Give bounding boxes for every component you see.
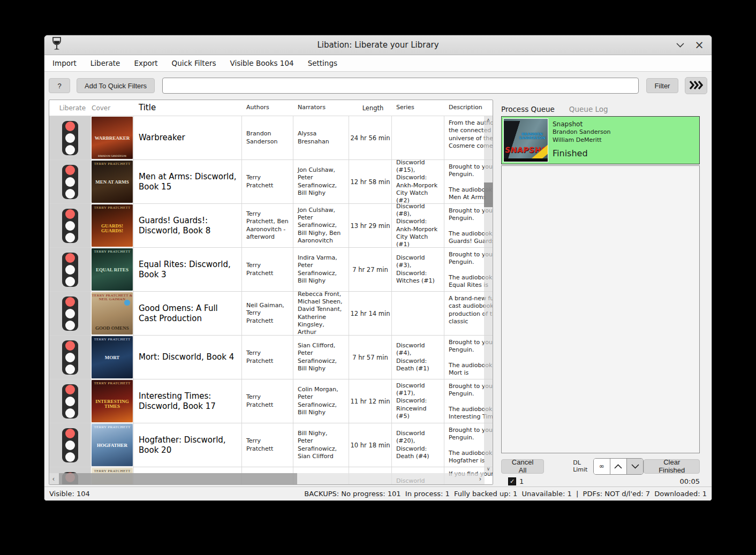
scroll-down-icon[interactable]: ∨ (487, 465, 490, 473)
add-to-quick-filters-button[interactable]: Add To Quick Filters (77, 78, 155, 93)
book-cover: TERRY PRATCHETT GUARDS! GUARDS! (92, 204, 133, 247)
liberate-traffic-light-button[interactable] (62, 428, 78, 462)
vertical-scrollbar-thumb[interactable] (484, 183, 493, 207)
traffic-light-red (65, 429, 75, 438)
menu-item-quick-filters[interactable]: Quick Filters (165, 55, 223, 71)
length-cell: 13 hr 29 min (349, 204, 392, 247)
menu-item-export[interactable]: Export (127, 55, 164, 71)
minimize-button[interactable] (674, 39, 686, 51)
column-header-authors[interactable]: Authors (242, 100, 293, 116)
length-cell: 11 hr 12 min (349, 379, 392, 423)
table-row[interactable]: TERRY PRATCHETT GUARDS! GUARDS! Guards! … (49, 204, 493, 248)
table-row[interactable]: WARBREAKER BRANDON SANDERSON Warbreaker … (49, 116, 493, 160)
scroll-right-icon[interactable]: › (476, 475, 485, 483)
menu-item-settings[interactable]: Settings (301, 55, 344, 71)
authors-cell: Terry Pratchett (242, 379, 293, 423)
table-row[interactable]: TERRY PRATCHETT MEN AT ARMS Men at Arms:… (49, 160, 493, 204)
title-cell: Hogfather: Discworld, Book 20 (134, 423, 242, 467)
traffic-light-bottom (65, 452, 75, 462)
length-cell: 10 hr 18 min (349, 423, 392, 467)
title-cell: Guards! Guards!: Discworld, Book 8 (134, 204, 242, 247)
traffic-light-red (65, 385, 75, 394)
traffic-light-bottom (65, 233, 75, 242)
traffic-light-bottom (65, 364, 75, 374)
menu-item-liberate[interactable]: Liberate (84, 55, 127, 71)
series-cell: Discworld (#8), Discworld: Ankh-Morpork … (392, 204, 444, 247)
dl-limit-up-button[interactable] (610, 459, 627, 474)
table-row[interactable]: TERRY PRATCHETT INTERESTING TIMES Intere… (49, 379, 493, 423)
completed-checkbox[interactable]: ✓ (508, 477, 516, 485)
series-cell: Discworld (#20), Discworld: Death (#4) (392, 423, 444, 467)
traffic-light-middle (65, 265, 75, 275)
process-queue-panel: Process Queue Queue Log BRANDON SANDERSO… (493, 100, 712, 486)
column-header-title[interactable]: Title (134, 100, 242, 116)
table-row[interactable]: TERRY PRATCHETT HOGFATHER Hogfather: Dis… (49, 423, 493, 467)
column-header-description[interactable]: Description (444, 100, 493, 116)
column-header-narrators[interactable]: Narrators (293, 100, 349, 116)
toolbar: ? Add To Quick Filters Filter (44, 72, 712, 100)
scroll-up-icon[interactable]: ∧ (487, 116, 490, 124)
column-header-liberate[interactable]: Liberate (49, 100, 91, 116)
table-row[interactable]: TERRY PRATCHETT MORT Mort: Discworld, Bo… (49, 336, 493, 379)
menubar: ImportLiberateExportQuick FiltersVisible… (44, 55, 712, 72)
elapsed-timer: 00:05 (680, 477, 700, 485)
close-button[interactable]: × (693, 39, 705, 51)
dl-limit-label: DL Limit (573, 459, 592, 473)
filter-button[interactable]: Filter (646, 78, 678, 93)
series-cell: Discworld (#3), Discworld: Witches (#1) (392, 248, 444, 291)
liberate-cell (49, 336, 91, 379)
statusbar: Visible: 104 BACKUPS: No progress: 101 I… (44, 486, 712, 500)
triple-chevron-icon (689, 81, 703, 91)
authors-cell: Terry Pratchett (242, 423, 293, 467)
table-row[interactable]: TERRY PRATCHETT EQUAL RITES Equal Rites:… (49, 248, 493, 292)
narrators-cell: Jon Culshaw, Peter Serafinowicz, Bill Ni… (293, 160, 349, 203)
tab-queue-log[interactable]: Queue Log (569, 105, 608, 113)
scroll-left-icon[interactable]: ‹ (49, 475, 58, 483)
horizontal-scrollbar-thumb[interactable] (59, 473, 297, 484)
column-header-cover[interactable]: Cover (91, 100, 134, 116)
clear-finished-button[interactable]: Clear Finished (644, 459, 700, 474)
cancel-all-button[interactable]: Cancel All (501, 459, 544, 474)
table-header: LiberateCoverTitleAuthorsNarratorsLength… (49, 100, 493, 116)
menu-item-import[interactable]: Import (46, 55, 84, 71)
traffic-light-red (65, 209, 75, 219)
liberate-traffic-light-button[interactable] (62, 296, 78, 331)
title-cell: Men at Arms: Discworld, Book 15 (134, 160, 242, 203)
liberate-traffic-light-button[interactable] (62, 384, 78, 419)
help-button[interactable]: ? (49, 78, 70, 93)
column-header-series[interactable]: Series (392, 100, 444, 116)
liberate-traffic-light-button[interactable] (62, 121, 78, 155)
tab-process-queue[interactable]: Process Queue (501, 105, 555, 113)
column-header-length[interactable]: Length (349, 100, 392, 116)
expand-panel-button[interactable] (685, 77, 707, 94)
queue-book-cover: BRANDON SANDERSON SNAPSHOT (503, 118, 548, 162)
authors-cell: Neil Gaiman, Terry Pratchett (242, 292, 293, 335)
series-cell: Discworld (#15), Discworld: Ankh-Morpork… (392, 160, 444, 203)
liberate-cell (49, 379, 91, 423)
liberate-cell (49, 423, 91, 467)
vertical-scrollbar[interactable]: ∧ ∨ (484, 116, 493, 473)
authors-cell: Terry Pratchett (242, 248, 293, 291)
dl-limit-down-button[interactable] (627, 459, 644, 474)
traffic-light-bottom (65, 189, 75, 199)
cover-cell: TERRY PRATCHETT EQUAL RITES (91, 248, 134, 291)
titlebar[interactable]: Libation: Liberate your Library × (44, 35, 712, 55)
menu-item-visible-books-104[interactable]: Visible Books 104 (223, 55, 301, 71)
narrators-cell: Rebecca Front, Michael Sheen, David Tenn… (293, 292, 349, 335)
table-row[interactable]: TERRY PRATCHETT & NEIL GAIMAN GOOD OMENS… (49, 292, 493, 336)
filter-search-input[interactable] (162, 78, 639, 94)
narrators-cell: Alyssa Bresnahan (293, 116, 349, 159)
liberate-traffic-light-button[interactable] (62, 253, 78, 287)
liberate-cell (49, 160, 91, 203)
book-cover: TERRY PRATCHETT MORT (92, 336, 133, 378)
title-cell: Warbreaker (134, 116, 242, 159)
liberate-traffic-light-button[interactable] (62, 340, 78, 375)
liberate-traffic-light-button[interactable] (62, 165, 78, 199)
horizontal-scrollbar[interactable]: ‹ › (49, 473, 485, 484)
app-window: Libation: Liberate your Library × Import… (44, 35, 712, 501)
liberate-traffic-light-button[interactable] (62, 209, 78, 243)
table-body: WARBREAKER BRANDON SANDERSON Warbreaker … (49, 116, 493, 484)
cover-cell: TERRY PRATCHETT INTERESTING TIMES (91, 379, 134, 423)
queue-item-finished[interactable]: BRANDON SANDERSON SNAPSHOT Snapshot Bran… (501, 116, 700, 164)
narrators-cell: Jon Culshaw, Peter Serafinowicz, Bill Ni… (293, 204, 349, 247)
